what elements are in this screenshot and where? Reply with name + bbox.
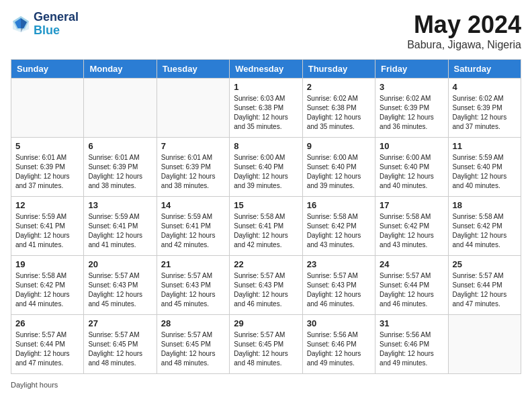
calendar-day-cell: 27Sunrise: 5:57 AM Sunset: 6:45 PM Dayli… (84, 315, 157, 374)
day-number: 3 (380, 82, 443, 92)
day-number: 8 (234, 141, 298, 151)
day-info: Sunrise: 5:57 AM Sunset: 6:43 PM Dayligh… (234, 271, 298, 309)
day-info: Sunrise: 5:57 AM Sunset: 6:43 PM Dayligh… (161, 271, 225, 309)
footer: Daylight hours (11, 381, 521, 389)
calendar-day-cell: 10Sunrise: 6:00 AM Sunset: 6:40 PM Dayli… (375, 138, 448, 197)
calendar-day-cell (157, 79, 229, 138)
calendar-day-cell (11, 79, 84, 138)
calendar-day-cell: 1Sunrise: 6:03 AM Sunset: 6:38 PM Daylig… (230, 79, 302, 138)
weekday-header: Monday (84, 60, 157, 79)
day-info: Sunrise: 5:57 AM Sunset: 6:44 PM Dayligh… (453, 271, 517, 309)
day-number: 27 (88, 318, 152, 328)
day-info: Sunrise: 5:58 AM Sunset: 6:42 PM Dayligh… (380, 212, 443, 250)
weekday-header: Thursday (302, 60, 375, 79)
day-number: 4 (453, 82, 517, 92)
day-info: Sunrise: 5:57 AM Sunset: 6:44 PM Dayligh… (15, 330, 79, 368)
day-info: Sunrise: 6:02 AM Sunset: 6:39 PM Dayligh… (380, 94, 443, 132)
day-info: Sunrise: 5:56 AM Sunset: 6:46 PM Dayligh… (307, 330, 371, 368)
calendar-week-row: 19Sunrise: 5:58 AM Sunset: 6:42 PM Dayli… (11, 256, 521, 315)
calendar-day-cell: 22Sunrise: 5:57 AM Sunset: 6:43 PM Dayli… (230, 256, 302, 315)
day-number: 30 (307, 318, 371, 328)
day-info: Sunrise: 5:56 AM Sunset: 6:46 PM Dayligh… (380, 330, 443, 368)
day-number: 13 (88, 200, 152, 210)
day-info: Sunrise: 5:59 AM Sunset: 6:41 PM Dayligh… (88, 212, 152, 250)
calendar-day-cell: 15Sunrise: 5:58 AM Sunset: 6:41 PM Dayli… (230, 197, 302, 256)
day-info: Sunrise: 6:01 AM Sunset: 6:39 PM Dayligh… (15, 153, 79, 191)
location-title: Babura, Jigawa, Nigeria (407, 39, 521, 51)
calendar-day-cell: 11Sunrise: 5:59 AM Sunset: 6:40 PM Dayli… (448, 138, 521, 197)
calendar-day-cell: 2Sunrise: 6:02 AM Sunset: 6:38 PM Daylig… (302, 79, 375, 138)
calendar-day-cell: 24Sunrise: 5:57 AM Sunset: 6:44 PM Dayli… (375, 256, 448, 315)
day-number: 29 (234, 318, 298, 328)
day-info: Sunrise: 5:58 AM Sunset: 6:41 PM Dayligh… (234, 212, 298, 250)
day-number: 2 (307, 82, 371, 92)
logo-general: General (34, 11, 79, 24)
day-info: Sunrise: 5:59 AM Sunset: 6:41 PM Dayligh… (161, 212, 225, 250)
calendar-day-cell: 16Sunrise: 5:58 AM Sunset: 6:42 PM Dayli… (302, 197, 375, 256)
day-info: Sunrise: 6:03 AM Sunset: 6:38 PM Dayligh… (234, 94, 298, 132)
calendar-day-cell: 4Sunrise: 6:02 AM Sunset: 6:39 PM Daylig… (448, 79, 521, 138)
calendar-day-cell: 14Sunrise: 5:59 AM Sunset: 6:41 PM Dayli… (157, 197, 229, 256)
calendar-header-row: SundayMondayTuesdayWednesdayThursdayFrid… (11, 60, 521, 79)
day-number: 9 (307, 141, 371, 151)
calendar-day-cell: 28Sunrise: 5:57 AM Sunset: 6:45 PM Dayli… (157, 315, 229, 374)
day-info: Sunrise: 5:57 AM Sunset: 6:43 PM Dayligh… (307, 271, 371, 309)
day-info: Sunrise: 6:00 AM Sunset: 6:40 PM Dayligh… (307, 153, 371, 191)
calendar-week-row: 1Sunrise: 6:03 AM Sunset: 6:38 PM Daylig… (11, 79, 521, 138)
day-number: 22 (234, 259, 298, 269)
weekday-header: Sunday (11, 60, 84, 79)
day-info: Sunrise: 6:02 AM Sunset: 6:38 PM Dayligh… (307, 94, 371, 132)
day-number: 25 (453, 259, 517, 269)
calendar-table: SundayMondayTuesdayWednesdayThursdayFrid… (11, 59, 521, 374)
logo-icon (11, 14, 31, 34)
day-number: 5 (15, 141, 79, 151)
calendar-day-cell: 18Sunrise: 5:58 AM Sunset: 6:42 PM Dayli… (448, 197, 521, 256)
calendar-day-cell (84, 79, 157, 138)
title-block: May 2024 Babura, Jigawa, Nigeria (407, 11, 521, 51)
calendar-week-row: 5Sunrise: 6:01 AM Sunset: 6:39 PM Daylig… (11, 138, 521, 197)
day-number: 26 (15, 318, 79, 328)
logo: General Blue (11, 11, 79, 38)
logo-blue: Blue (34, 24, 79, 38)
day-info: Sunrise: 5:57 AM Sunset: 6:43 PM Dayligh… (88, 271, 152, 309)
calendar-day-cell (448, 315, 521, 374)
day-number: 15 (234, 200, 298, 210)
calendar-day-cell: 26Sunrise: 5:57 AM Sunset: 6:44 PM Dayli… (11, 315, 84, 374)
daylight-label: Daylight hours (11, 381, 58, 389)
calendar-day-cell: 17Sunrise: 5:58 AM Sunset: 6:42 PM Dayli… (375, 197, 448, 256)
day-number: 17 (380, 200, 443, 210)
calendar-day-cell: 13Sunrise: 5:59 AM Sunset: 6:41 PM Dayli… (84, 197, 157, 256)
day-info: Sunrise: 6:00 AM Sunset: 6:40 PM Dayligh… (380, 153, 443, 191)
day-info: Sunrise: 5:57 AM Sunset: 6:45 PM Dayligh… (234, 330, 298, 368)
day-number: 6 (88, 141, 152, 151)
calendar-day-cell: 8Sunrise: 6:00 AM Sunset: 6:40 PM Daylig… (230, 138, 302, 197)
day-number: 31 (380, 318, 443, 328)
day-number: 1 (234, 82, 298, 92)
day-number: 11 (453, 141, 517, 151)
calendar-day-cell: 31Sunrise: 5:56 AM Sunset: 6:46 PM Dayli… (375, 315, 448, 374)
day-info: Sunrise: 5:58 AM Sunset: 6:42 PM Dayligh… (307, 212, 371, 250)
day-info: Sunrise: 5:58 AM Sunset: 6:42 PM Dayligh… (15, 271, 79, 309)
day-number: 20 (88, 259, 152, 269)
day-info: Sunrise: 5:59 AM Sunset: 6:41 PM Dayligh… (15, 212, 79, 250)
day-info: Sunrise: 6:01 AM Sunset: 6:39 PM Dayligh… (161, 153, 225, 191)
calendar-day-cell: 21Sunrise: 5:57 AM Sunset: 6:43 PM Dayli… (157, 256, 229, 315)
day-info: Sunrise: 6:01 AM Sunset: 6:39 PM Dayligh… (88, 153, 152, 191)
day-info: Sunrise: 5:58 AM Sunset: 6:42 PM Dayligh… (453, 212, 517, 250)
day-info: Sunrise: 6:00 AM Sunset: 6:40 PM Dayligh… (234, 153, 298, 191)
day-number: 21 (161, 259, 225, 269)
day-number: 7 (161, 141, 225, 151)
calendar-day-cell: 25Sunrise: 5:57 AM Sunset: 6:44 PM Dayli… (448, 256, 521, 315)
calendar-day-cell: 23Sunrise: 5:57 AM Sunset: 6:43 PM Dayli… (302, 256, 375, 315)
day-info: Sunrise: 6:02 AM Sunset: 6:39 PM Dayligh… (453, 94, 517, 132)
calendar-day-cell: 9Sunrise: 6:00 AM Sunset: 6:40 PM Daylig… (302, 138, 375, 197)
day-info: Sunrise: 5:57 AM Sunset: 6:44 PM Dayligh… (380, 271, 443, 309)
day-number: 18 (453, 200, 517, 210)
day-number: 12 (15, 200, 79, 210)
day-info: Sunrise: 5:57 AM Sunset: 6:45 PM Dayligh… (161, 330, 225, 368)
calendar-day-cell: 20Sunrise: 5:57 AM Sunset: 6:43 PM Dayli… (84, 256, 157, 315)
day-number: 28 (161, 318, 225, 328)
calendar-day-cell: 12Sunrise: 5:59 AM Sunset: 6:41 PM Dayli… (11, 197, 84, 256)
day-number: 24 (380, 259, 443, 269)
calendar-day-cell: 7Sunrise: 6:01 AM Sunset: 6:39 PM Daylig… (157, 138, 229, 197)
